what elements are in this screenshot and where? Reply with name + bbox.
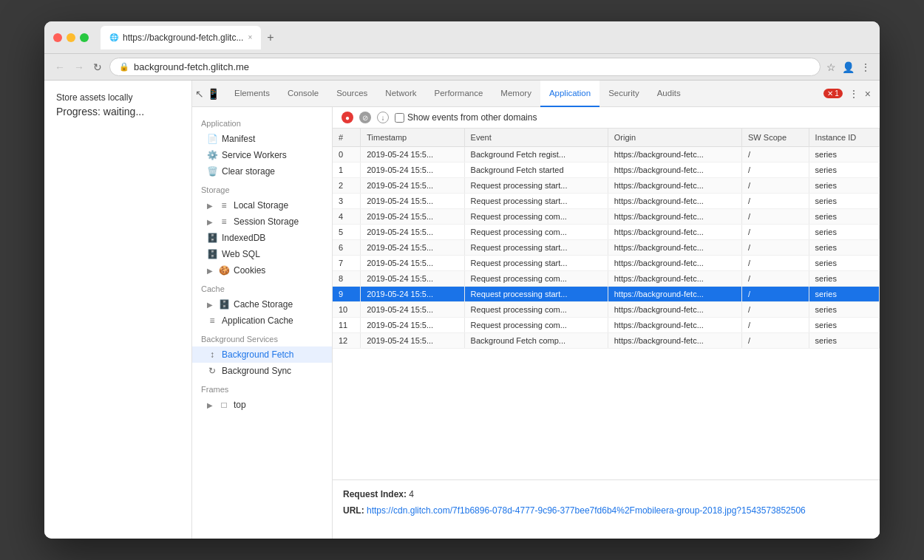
- browser-tab[interactable]: 🌐 https://background-fetch.glitc... ×: [101, 26, 261, 49]
- table-row[interactable]: 92019-05-24 15:5...Request processing st…: [333, 287, 880, 302]
- table-row[interactable]: 122019-05-24 15:5...Background Fetch com…: [333, 333, 880, 349]
- menu-icon[interactable]: ⋮: [860, 61, 871, 73]
- table-row[interactable]: 52019-05-24 15:5...Request processing co…: [333, 225, 880, 240]
- cell-1: 2019-05-24 15:5...: [361, 333, 464, 349]
- cell-0: 3: [333, 194, 361, 209]
- cell-5: series: [809, 271, 879, 287]
- cell-1: 2019-05-24 15:5...: [361, 256, 464, 271]
- forward-button[interactable]: →: [72, 60, 86, 75]
- sidebar-item-clear-storage[interactable]: 🗑️ Clear storage: [192, 163, 332, 180]
- table-row[interactable]: 32019-05-24 15:5...Request processing st…: [333, 194, 880, 209]
- cell-3: https://background-fetc...: [608, 302, 741, 318]
- show-other-domains-input[interactable]: [395, 113, 404, 123]
- tab-network[interactable]: Network: [376, 81, 425, 107]
- cell-5: series: [809, 178, 879, 194]
- table-row[interactable]: 62019-05-24 15:5...Request processing st…: [333, 240, 880, 256]
- reload-button[interactable]: ↻: [92, 60, 103, 75]
- show-other-domains-checkbox[interactable]: Show events from other domains: [395, 112, 537, 123]
- tab-close-button[interactable]: ×: [248, 33, 252, 41]
- table-row[interactable]: 82019-05-24 15:5...Request processing co…: [333, 271, 880, 287]
- show-other-domains-label: Show events from other domains: [407, 112, 537, 123]
- clear-storage-label: Clear storage: [222, 166, 275, 177]
- sidebar-item-web-sql[interactable]: 🗄️ Web SQL: [192, 246, 332, 262]
- sidebar-item-manifest[interactable]: 📄 Manifest: [192, 131, 332, 147]
- cell-0: 12: [333, 333, 361, 349]
- cell-4: /: [742, 178, 809, 194]
- table-row[interactable]: 102019-05-24 15:5...Request processing c…: [333, 302, 880, 318]
- devtools-device-icon[interactable]: 📱: [207, 88, 220, 100]
- url-display: background-fetch.glitch.me: [134, 61, 249, 72]
- tab-security[interactable]: Security: [599, 81, 648, 107]
- sidebar-item-local-storage[interactable]: ▶ ≡ Local Storage: [192, 197, 332, 214]
- devtools-close-button[interactable]: ×: [865, 88, 871, 100]
- maximize-traffic-light[interactable]: [80, 33, 89, 42]
- request-index-label: Request Index:: [343, 489, 407, 499]
- table-row[interactable]: 22019-05-24 15:5...Request processing st…: [333, 178, 880, 194]
- table-row[interactable]: 02019-05-24 15:5...Background Fetch regi…: [333, 147, 880, 163]
- record-button[interactable]: ●: [342, 112, 353, 123]
- clear-storage-icon: 🗑️: [207, 166, 217, 177]
- cell-5: series: [809, 302, 879, 318]
- tab-sources[interactable]: Sources: [327, 81, 376, 107]
- bookmark-icon[interactable]: ☆: [826, 61, 836, 73]
- cookies-label: Cookies: [234, 265, 265, 276]
- service-workers-label: Service Workers: [222, 150, 287, 160]
- cell-4: /: [742, 240, 809, 256]
- sidebar-item-cookies[interactable]: ▶ 🍪 Cookies: [192, 262, 332, 279]
- title-bar: 🌐 https://background-fetch.glitc... × +: [44, 21, 880, 54]
- cell-0: 5: [333, 225, 361, 240]
- local-storage-chevron: ▶: [207, 202, 213, 210]
- download-button[interactable]: ↓: [377, 112, 389, 123]
- col-timestamp: Timestamp: [361, 129, 464, 147]
- sidebar-item-cache-storage[interactable]: ▶ 🗄️ Cache Storage: [192, 296, 332, 313]
- tab-performance[interactable]: Performance: [426, 81, 492, 107]
- back-button[interactable]: ←: [53, 60, 67, 75]
- user-icon[interactable]: 👤: [842, 61, 855, 73]
- devtools-cursor-icon[interactable]: ↖: [195, 88, 204, 100]
- cell-5: series: [809, 225, 879, 240]
- table-row[interactable]: 42019-05-24 15:5...Request processing co…: [333, 209, 880, 225]
- table-row[interactable]: 12019-05-24 15:5...Background Fetch star…: [333, 163, 880, 178]
- tab-elements[interactable]: Elements: [225, 81, 279, 107]
- tab-memory[interactable]: Memory: [492, 81, 540, 107]
- clear-button[interactable]: ⊘: [359, 112, 371, 123]
- frames-section-title: Frames: [192, 379, 332, 397]
- table-row[interactable]: 112019-05-24 15:5...Request processing c…: [333, 318, 880, 333]
- tab-console[interactable]: Console: [279, 81, 327, 107]
- browser-window: 🌐 https://background-fetch.glitc... × + …: [44, 21, 880, 539]
- tab-application[interactable]: Application: [540, 81, 599, 107]
- url-label: URL:: [343, 505, 364, 516]
- sidebar-item-application-cache[interactable]: ≡ Application Cache: [192, 313, 332, 329]
- cell-2: Request processing start...: [464, 287, 608, 302]
- cell-1: 2019-05-24 15:5...: [361, 163, 464, 178]
- cell-1: 2019-05-24 15:5...: [361, 194, 464, 209]
- cell-3: https://background-fetc...: [608, 225, 741, 240]
- sidebar-item-session-storage[interactable]: ▶ ≡ Session Storage: [192, 214, 332, 230]
- background-fetch-table: # Timestamp Event Origin SW Scope Instan…: [333, 129, 880, 479]
- sidebar-item-service-workers[interactable]: ⚙️ Service Workers: [192, 147, 332, 163]
- table-row[interactable]: 72019-05-24 15:5...Request processing st…: [333, 256, 880, 271]
- cell-3: https://background-fetc...: [608, 240, 741, 256]
- local-storage-label: Local Storage: [234, 200, 288, 211]
- cell-2: Request processing com...: [464, 318, 608, 333]
- col-num: #: [333, 129, 361, 147]
- sw-toolbar: ● ⊘ ↓ Show events from other domains: [333, 107, 880, 129]
- sidebar-item-background-fetch[interactable]: ↕ Background Fetch: [192, 346, 332, 363]
- address-input[interactable]: 🔒 background-fetch.glitch.me: [109, 58, 821, 76]
- sidebar: Application 📄 Manifest ⚙️ Service Worker…: [192, 107, 333, 539]
- cell-2: Request processing com...: [464, 271, 608, 287]
- cell-3: https://background-fetc...: [608, 287, 741, 302]
- cell-2: Request processing com...: [464, 225, 608, 240]
- sidebar-item-top-frame[interactable]: ▶ □ top: [192, 397, 332, 413]
- new-tab-button[interactable]: +: [267, 31, 274, 44]
- close-traffic-light[interactable]: [53, 33, 62, 42]
- session-storage-chevron: ▶: [207, 218, 213, 226]
- minimize-traffic-light[interactable]: [67, 33, 75, 42]
- tab-audits[interactable]: Audits: [648, 81, 690, 107]
- sidebar-item-indexeddb[interactable]: 🗄️ IndexedDB: [192, 230, 332, 246]
- devtools-more-icon[interactable]: ⋮: [849, 88, 859, 100]
- events-table: # Timestamp Event Origin SW Scope Instan…: [333, 129, 880, 349]
- cell-3: https://background-fetc...: [608, 318, 741, 333]
- request-index-line: Request Index: 4: [343, 488, 869, 501]
- sidebar-item-background-sync[interactable]: ↻ Background Sync: [192, 363, 332, 379]
